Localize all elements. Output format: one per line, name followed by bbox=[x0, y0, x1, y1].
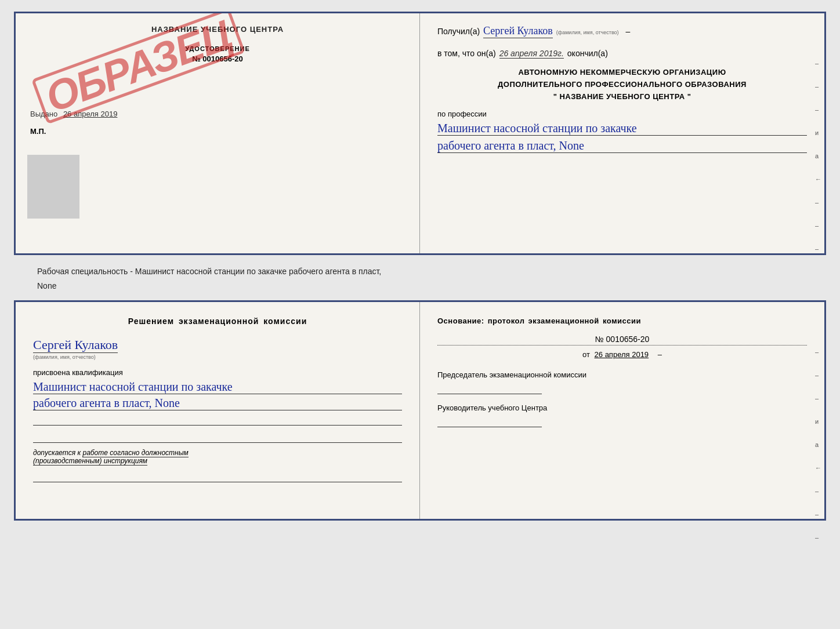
document-bottom: Решением экзаменационной комиссии Сергей… bbox=[14, 300, 826, 521]
director-sig-line bbox=[437, 415, 542, 427]
cert-label: УДОСТОВЕРЕНИЕ bbox=[30, 45, 405, 52]
date-prefix: в том, что он(а) bbox=[437, 49, 496, 58]
received-line: Получил(а) Сергей Кулаков (фамилия, имя,… bbox=[437, 25, 807, 38]
issue-prefix: Выдано bbox=[30, 110, 57, 118]
director-label: Руководитель учебного Центра bbox=[437, 403, 807, 412]
org-line2: ДОПОЛНИТЕЛЬНОГО ПРОФЕССИОНАЛЬНОГО ОБРАЗО… bbox=[437, 79, 807, 91]
doc-top-left: НАЗВАНИЕ УЧЕБНОГО ЦЕНТРА ОБРАЗЕЦ УДОСТОВ… bbox=[16, 13, 420, 253]
protocol-date: от 26 апреля 2019 – bbox=[437, 350, 807, 359]
admit-text: допускается к работе согласно должностны… bbox=[33, 449, 402, 465]
date-value: 26 апреля 2019г. bbox=[499, 49, 564, 59]
cert-number: № 0010656-20 bbox=[30, 54, 405, 63]
admit-text2: (производственным) инструкциям bbox=[33, 457, 147, 466]
received-prefix: Получил(а) bbox=[437, 27, 480, 36]
cert-badge-area: УДОСТОВЕРЕНИЕ № 0010656-20 bbox=[30, 45, 405, 63]
assigned-label: присвоена квалификация bbox=[33, 368, 402, 377]
protocol-number: № 0010656-20 bbox=[437, 335, 807, 346]
name-subtitle-top: (фамилия, имя, отчество) bbox=[556, 30, 619, 35]
subtitle-text2: None bbox=[37, 280, 826, 292]
qual-line2: рабочего агента в пласт, None bbox=[33, 397, 402, 410]
org-line1: АВТОНОМНУЮ НЕКОММЕРЧЕСКУЮ ОРГАНИЗАЦИЮ bbox=[437, 67, 807, 79]
protocol-date-value: 26 апреля 2019 bbox=[595, 350, 649, 359]
name-subtitle-bottom: (фамилия, имя, отчество) bbox=[33, 354, 402, 360]
profession-line1: Машинист насосной станции по закачке bbox=[437, 122, 807, 136]
photo-placeholder bbox=[27, 155, 79, 219]
issue-line: Выдано 26 апреля 2019 bbox=[30, 110, 405, 118]
protocol-date-prefix: от bbox=[582, 350, 590, 359]
blank-line-3 bbox=[33, 470, 402, 482]
document-top: НАЗВАНИЕ УЧЕБНОГО ЦЕНТРА ОБРАЗЕЦ УДОСТОВ… bbox=[14, 12, 826, 255]
org-line3: " НАЗВАНИЕ УЧЕБНОГО ЦЕНТРА " bbox=[437, 91, 807, 103]
school-name-top: НАЗВАНИЕ УЧЕБНОГО ЦЕНТРА bbox=[30, 25, 405, 34]
side-dashes-top: – – – и а ← – – – bbox=[815, 60, 821, 252]
admit-text1: допускается к bbox=[33, 449, 81, 457]
doc-bottom-left: Решением экзаменационной комиссии Сергей… bbox=[16, 302, 420, 519]
person-name-bottom-area: Сергей Кулаков (фамилия, имя, отчество) bbox=[33, 337, 402, 360]
person-name-top: Сергей Кулаков bbox=[483, 25, 553, 38]
person-name-bottom: Сергей Кулаков bbox=[33, 337, 118, 353]
profession-line2: рабочего агента в пласт, None bbox=[437, 139, 807, 153]
issue-date: 26 апреля 2019 bbox=[63, 110, 118, 118]
side-dashes-bottom: – – – и а ← – – – bbox=[815, 348, 821, 541]
subtitle-area: Рабочая специальность - Машинист насосно… bbox=[14, 261, 826, 294]
mp-label: М.П. bbox=[30, 127, 405, 136]
blank-line-2 bbox=[33, 430, 402, 443]
profession-label: по профессии bbox=[437, 110, 807, 118]
admit-underline: работе согласно должностным bbox=[82, 449, 188, 457]
qual-line1: Машинист насосной станции по закачке bbox=[33, 380, 402, 394]
date-line: в том, что он(а) 26 апреля 2019г. окончи… bbox=[437, 49, 807, 59]
subtitle-text1: Рабочая специальность - Машинист насосно… bbox=[37, 266, 826, 278]
doc-top-right: Получил(а) Сергей Кулаков (фамилия, имя,… bbox=[420, 13, 824, 253]
date-suffix: окончил(а) bbox=[567, 49, 608, 58]
blank-line-1 bbox=[33, 413, 402, 426]
org-block: АВТОНОМНУЮ НЕКОММЕРЧЕСКУЮ ОРГАНИЗАЦИЮ ДО… bbox=[437, 67, 807, 103]
basis-line: Основание: протокол экзаменационной коми… bbox=[437, 317, 807, 325]
commission-title: Решением экзаменационной комиссии bbox=[33, 317, 402, 326]
chairman-sig-line bbox=[437, 381, 542, 394]
chairman-label: Председатель экзаменационной комиссии bbox=[437, 370, 807, 379]
doc-bottom-right: Основание: протокол экзаменационной коми… bbox=[420, 302, 824, 519]
